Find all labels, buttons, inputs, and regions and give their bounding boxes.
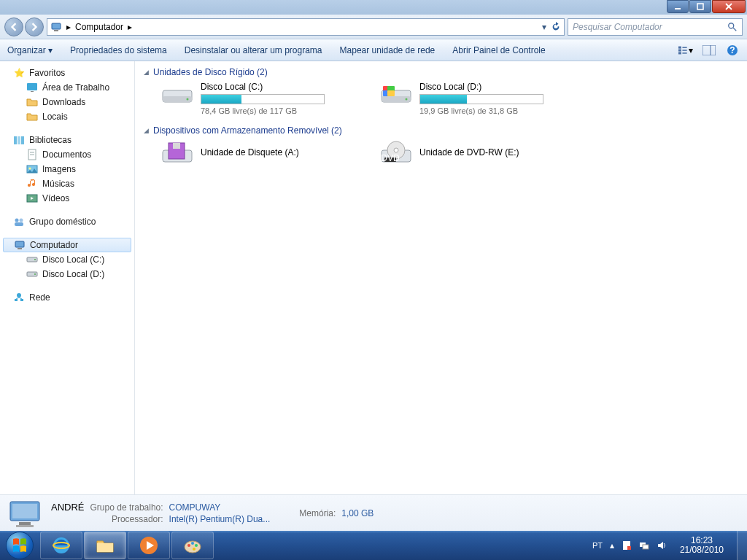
svg-point-29 bbox=[15, 219, 19, 222]
sidebar-item-music[interactable]: Músicas bbox=[0, 176, 134, 191]
sidebar-item-label: Músicas bbox=[42, 179, 74, 189]
clock[interactable]: 16:23 21/08/2010 bbox=[674, 536, 729, 555]
address-bar[interactable]: ▸ Computador ▸ ▾ bbox=[47, 18, 565, 36]
sidebar-item-label: Downloads bbox=[42, 97, 85, 107]
window-titlebar bbox=[0, 0, 747, 15]
libraries-icon bbox=[13, 134, 25, 146]
taskbar-explorer[interactable] bbox=[84, 532, 126, 559]
drive-name: Disco Local (D:) bbox=[419, 82, 570, 92]
view-options-icon[interactable]: ▾ bbox=[678, 43, 693, 58]
dvd-icon: DVD bbox=[380, 140, 412, 166]
volume-icon[interactable] bbox=[657, 540, 667, 551]
sidebar-item-recent[interactable]: Locais bbox=[0, 109, 134, 124]
drive-item-floppy[interactable]: Unidade de Disquete (A:) bbox=[161, 140, 351, 166]
sidebar-item-videos[interactable]: Vídeos bbox=[0, 191, 134, 206]
address-dropdown-icon[interactable]: ▾ bbox=[542, 22, 546, 32]
svg-point-6 bbox=[729, 23, 734, 28]
svg-line-41 bbox=[16, 298, 19, 299]
svg-point-38 bbox=[17, 293, 21, 298]
svg-point-35 bbox=[34, 259, 36, 260]
svg-rect-39 bbox=[15, 299, 18, 301]
svg-rect-9 bbox=[678, 49, 681, 51]
svg-line-7 bbox=[733, 27, 736, 30]
drive-item-dvd[interactable]: DVD Unidade de DVD-RW (E:) bbox=[380, 140, 570, 166]
maximize-button[interactable] bbox=[689, 0, 711, 13]
drive-freespace: 78,4 GB livre(s) de 117 GB bbox=[201, 106, 351, 115]
content-area: ◢Unidades de Disco Rígido (2) Disco Loca… bbox=[135, 61, 747, 494]
computer-icon bbox=[14, 239, 26, 251]
forward-button[interactable] bbox=[25, 18, 44, 36]
sidebar-item-label: Vídeos bbox=[42, 193, 69, 203]
sidebar-item-pictures[interactable]: Imagens bbox=[0, 162, 134, 176]
drive-item-c[interactable]: Disco Local (C:) 78,4 GB livre(s) de 117… bbox=[161, 82, 351, 115]
organize-menu[interactable]: Organizar ▾ bbox=[7, 45, 53, 55]
svg-rect-55 bbox=[173, 143, 180, 149]
svg-rect-62 bbox=[12, 504, 37, 518]
sidebar-favorites[interactable]: ⭐Favoritos bbox=[0, 66, 134, 80]
drive-name: Unidade de DVD-RW (E:) bbox=[419, 147, 519, 158]
storage-bar bbox=[201, 94, 325, 104]
svg-point-37 bbox=[34, 273, 36, 275]
svg-rect-32 bbox=[15, 241, 24, 247]
svg-line-42 bbox=[19, 298, 22, 299]
show-desktop-button[interactable] bbox=[737, 531, 747, 560]
svg-point-45 bbox=[187, 98, 189, 101]
taskbar-paint[interactable] bbox=[171, 532, 214, 559]
help-icon[interactable]: ? bbox=[725, 43, 740, 58]
sidebar-item-drive-c[interactable]: Disco Local (C:) bbox=[0, 252, 134, 267]
close-button[interactable] bbox=[712, 0, 746, 13]
uninstall-program-button[interactable]: Desinstalar ou alterar um programa bbox=[185, 45, 322, 55]
start-button[interactable] bbox=[0, 531, 39, 560]
svg-rect-4 bbox=[52, 23, 61, 29]
collapse-icon: ◢ bbox=[144, 127, 149, 134]
back-button[interactable] bbox=[4, 18, 23, 36]
svg-rect-1 bbox=[697, 4, 703, 9]
category-removable[interactable]: ◢Dispositivos com Armazenamento Removíve… bbox=[144, 125, 738, 136]
svg-rect-52 bbox=[387, 90, 395, 96]
refresh-icon[interactable] bbox=[551, 22, 561, 32]
svg-rect-20 bbox=[14, 136, 17, 144]
sidebar-homegroup[interactable]: Grupo doméstico bbox=[0, 214, 134, 229]
sidebar-computer[interactable]: Computador bbox=[3, 238, 131, 252]
sidebar-network[interactable]: Rede bbox=[0, 290, 134, 305]
action-center-icon[interactable] bbox=[622, 540, 632, 551]
svg-rect-5 bbox=[54, 30, 58, 31]
memory-value: 1,00 GB bbox=[341, 508, 374, 518]
sidebar-item-documents[interactable]: Documentos bbox=[0, 147, 134, 162]
map-network-drive-button[interactable]: Mapear unidade de rede bbox=[340, 45, 436, 55]
network-tray-icon[interactable] bbox=[639, 540, 649, 551]
sidebar-libraries[interactable]: Bibliotecas bbox=[0, 133, 134, 147]
sidebar-item-label: Locais bbox=[42, 112, 68, 122]
preview-pane-icon[interactable] bbox=[702, 43, 716, 58]
category-hard-drives[interactable]: ◢Unidades de Disco Rígido (2) bbox=[144, 67, 738, 77]
taskbar-media-player[interactable] bbox=[128, 532, 170, 559]
breadcrumb-root[interactable]: Computador bbox=[75, 22, 123, 32]
system-properties-button[interactable]: Propriedades do sistema bbox=[70, 45, 167, 55]
svg-point-71 bbox=[191, 542, 194, 545]
star-icon: ⭐ bbox=[13, 67, 25, 79]
drive-item-d[interactable]: Disco Local (D:) 19,9 GB livre(s) de 31,… bbox=[380, 82, 570, 115]
workgroup-value: COMPUWAY bbox=[169, 502, 271, 513]
language-indicator[interactable]: PT bbox=[592, 541, 603, 550]
folder-icon bbox=[26, 96, 38, 108]
open-control-panel-button[interactable]: Abrir Painel de Controle bbox=[452, 45, 545, 55]
minimize-button[interactable] bbox=[667, 0, 689, 13]
svg-rect-74 bbox=[627, 546, 631, 550]
hdd-icon bbox=[380, 82, 412, 108]
sidebar-item-label: Documentos bbox=[42, 149, 91, 160]
search-box[interactable]: Pesquisar Computador bbox=[568, 18, 743, 36]
desktop-icon bbox=[26, 82, 38, 93]
drive-name: Unidade de Disquete (A:) bbox=[201, 147, 299, 158]
drive-name: Disco Local (C:) bbox=[201, 82, 351, 92]
tray-chevron-icon[interactable]: ▴ bbox=[610, 540, 614, 551]
svg-rect-40 bbox=[20, 299, 23, 301]
system-tray: PT ▴ 16:23 21/08/2010 bbox=[585, 536, 737, 555]
sidebar-item-drive-d[interactable]: Disco Local (D:) bbox=[0, 267, 134, 281]
sidebar-item-desktop[interactable]: Área de Trabalho bbox=[0, 80, 134, 95]
collapse-icon: ◢ bbox=[144, 69, 149, 76]
category-label: Dispositivos com Armazenamento Removível… bbox=[153, 125, 342, 136]
sidebar-item-downloads[interactable]: Downloads bbox=[0, 95, 134, 109]
svg-rect-22 bbox=[21, 136, 24, 144]
video-icon bbox=[26, 192, 38, 204]
taskbar-ie[interactable] bbox=[40, 532, 82, 559]
